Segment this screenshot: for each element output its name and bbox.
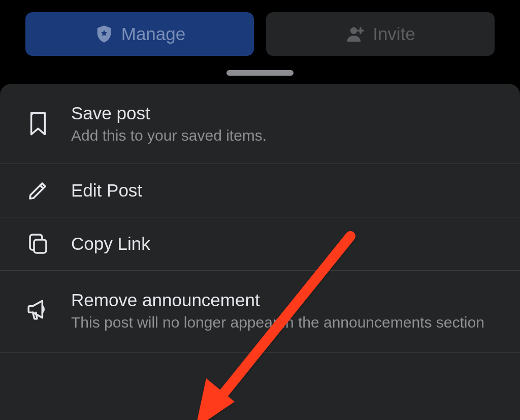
menu-item-remove-announcement[interactable]: Remove announcement This post will no lo… xyxy=(0,271,520,353)
menu-item-title: Copy Link xyxy=(71,233,500,255)
svg-marker-3 xyxy=(196,378,235,420)
menu-item-title: Remove announcement xyxy=(71,289,500,311)
svg-rect-1 xyxy=(34,240,46,253)
menu-item-copy-link[interactable]: Copy Link xyxy=(0,217,520,271)
manage-label: Manage xyxy=(121,24,185,44)
invite-button[interactable]: Invite xyxy=(266,12,495,56)
menu-item-title: Edit Post xyxy=(71,179,500,202)
menu-item-title: Save post xyxy=(71,102,500,124)
menu-item-copy-link-text: Copy Link xyxy=(71,233,500,255)
shield-star-icon xyxy=(94,24,114,44)
menu-item-subtitle: Add this to your saved items. xyxy=(71,125,500,145)
megaphone-icon xyxy=(25,298,51,323)
invite-label: Invite xyxy=(373,24,415,44)
menu-item-save-post[interactable]: Save post Add this to your saved items. xyxy=(0,84,520,164)
pencil-icon xyxy=(25,178,51,203)
action-sheet: Save post Add this to your saved items. … xyxy=(0,84,520,420)
bookmark-icon xyxy=(25,110,51,138)
menu-item-subtitle: This post will no longer appear in the a… xyxy=(71,312,500,332)
menu-item-remove-announcement-text: Remove announcement This post will no lo… xyxy=(71,289,500,332)
svg-point-0 xyxy=(350,27,357,34)
top-buttons-row: Manage Invite xyxy=(0,0,520,56)
manage-button[interactable]: Manage xyxy=(25,12,254,56)
invite-person-icon xyxy=(345,24,366,44)
menu-item-save-post-text: Save post Add this to your saved items. xyxy=(71,102,500,145)
sheet-grabber[interactable] xyxy=(226,70,294,76)
menu-item-edit-post-text: Edit Post xyxy=(71,179,500,202)
menu-item-edit-post[interactable]: Edit Post xyxy=(0,164,520,217)
copy-icon xyxy=(25,232,51,256)
